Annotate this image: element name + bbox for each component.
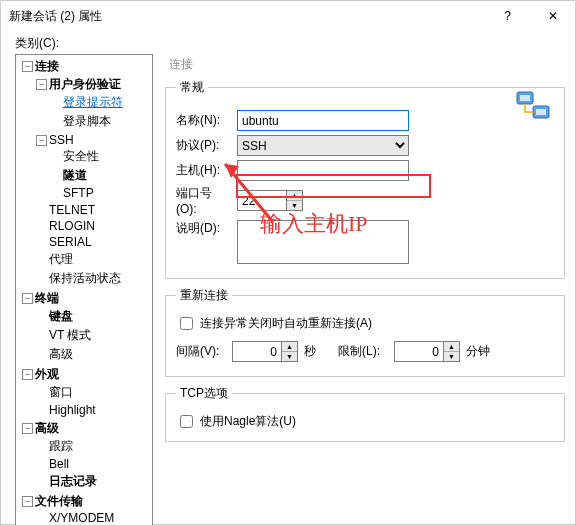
tree-advanced2[interactable]: 高级 bbox=[35, 420, 59, 437]
tree-trace[interactable]: 跟踪 bbox=[49, 438, 73, 455]
tree-proxy[interactable]: 代理 bbox=[49, 251, 73, 268]
reconnect-group: 重新连接 连接异常关闭时自动重新连接(A) 间隔(V): ▲▼ 秒 限制(L):… bbox=[165, 287, 565, 377]
limit-input[interactable] bbox=[394, 341, 444, 362]
tree-connection[interactable]: 连接 bbox=[35, 58, 59, 75]
tree-keyboard[interactable]: 键盘 bbox=[49, 308, 73, 325]
tree-auth[interactable]: 用户身份验证 bbox=[49, 76, 121, 93]
auto-reconnect-label: 连接异常关闭时自动重新连接(A) bbox=[200, 315, 372, 332]
expand-icon[interactable]: − bbox=[22, 496, 33, 507]
nagle-label: 使用Nagle算法(U) bbox=[200, 413, 296, 430]
tree-serial[interactable]: SERIAL bbox=[49, 235, 92, 249]
tree-login-script[interactable]: 登录脚本 bbox=[63, 113, 111, 130]
general-legend: 常规 bbox=[176, 79, 208, 96]
auto-reconnect-checkbox[interactable] bbox=[180, 317, 193, 330]
tree-advanced[interactable]: 高级 bbox=[49, 346, 73, 363]
expand-icon[interactable]: − bbox=[22, 423, 33, 434]
expand-icon[interactable]: − bbox=[22, 369, 33, 380]
close-button[interactable]: ✕ bbox=[530, 1, 575, 31]
tree-bell[interactable]: Bell bbox=[49, 457, 69, 471]
window-title: 新建会话 (2) 属性 bbox=[9, 8, 102, 25]
tree-logging[interactable]: 日志记录 bbox=[49, 473, 97, 490]
reconnect-legend: 重新连接 bbox=[176, 287, 232, 304]
tree-window[interactable]: 窗口 bbox=[49, 384, 73, 401]
protocol-label: 协议(P): bbox=[176, 137, 231, 154]
interval-spinner[interactable]: ▲▼ bbox=[282, 341, 298, 362]
tree-security[interactable]: 安全性 bbox=[63, 148, 99, 165]
tree-xymodem[interactable]: X/YMODEM bbox=[49, 511, 114, 525]
expand-icon[interactable]: − bbox=[36, 135, 47, 146]
interval-unit: 秒 bbox=[304, 343, 316, 360]
general-group: 常规 名称(N): 协议(P): SSH 主机(H): 端口号(O): bbox=[165, 79, 565, 279]
tree-telnet[interactable]: TELNET bbox=[49, 203, 95, 217]
protocol-select[interactable]: SSH bbox=[237, 135, 409, 156]
tree-sftp[interactable]: SFTP bbox=[63, 186, 94, 200]
host-input[interactable] bbox=[237, 160, 409, 181]
port-spinner[interactable]: ▲▼ bbox=[287, 190, 303, 211]
titlebar: 新建会话 (2) 属性 ? ✕ bbox=[1, 1, 575, 31]
port-label: 端口号(O): bbox=[176, 185, 231, 216]
limit-label: 限制(L): bbox=[338, 343, 388, 360]
expand-icon[interactable]: − bbox=[36, 79, 47, 90]
limit-spinner[interactable]: ▲▼ bbox=[444, 341, 460, 362]
right-panel: 连接 常规 名称(N): 协议(P): SSH bbox=[165, 54, 565, 525]
interval-label: 间隔(V): bbox=[176, 343, 226, 360]
expand-icon[interactable]: − bbox=[22, 293, 33, 304]
nagle-checkbox[interactable] bbox=[180, 415, 193, 428]
tcp-legend: TCP选项 bbox=[176, 385, 232, 402]
dialog: 新建会话 (2) 属性 ? ✕ 类别(C): −连接 −用户身份验证 登录提示符… bbox=[0, 0, 576, 525]
name-input[interactable] bbox=[237, 110, 409, 131]
tree-rlogin[interactable]: RLOGIN bbox=[49, 219, 95, 233]
interval-input[interactable] bbox=[232, 341, 282, 362]
tree-tunnel[interactable]: 隧道 bbox=[63, 167, 87, 184]
tcp-group: TCP选项 使用Nagle算法(U) bbox=[165, 385, 565, 442]
desc-label: 说明(D): bbox=[176, 220, 231, 237]
limit-unit: 分钟 bbox=[466, 343, 490, 360]
tree-filetrans[interactable]: 文件传输 bbox=[35, 493, 83, 510]
tree-ssh[interactable]: SSH bbox=[49, 133, 74, 147]
help-button[interactable]: ? bbox=[485, 1, 530, 31]
category-tree[interactable]: −连接 −用户身份验证 登录提示符 登录脚本 −SSH 安全性 隧道 SFTP bbox=[15, 54, 153, 525]
tree-appearance[interactable]: 外观 bbox=[35, 366, 59, 383]
category-label: 类别(C): bbox=[15, 35, 565, 52]
tree-highlight[interactable]: Highlight bbox=[49, 403, 96, 417]
panel-heading: 连接 bbox=[165, 54, 565, 79]
port-input[interactable] bbox=[237, 190, 287, 211]
tree-terminal[interactable]: 终端 bbox=[35, 290, 59, 307]
tree-keepalive[interactable]: 保持活动状态 bbox=[49, 270, 121, 287]
tree-login-prompt[interactable]: 登录提示符 bbox=[63, 94, 123, 111]
desc-input[interactable] bbox=[237, 220, 409, 264]
name-label: 名称(N): bbox=[176, 112, 231, 129]
tree-vtmode[interactable]: VT 模式 bbox=[49, 327, 91, 344]
expand-icon[interactable]: − bbox=[22, 61, 33, 72]
host-label: 主机(H): bbox=[176, 162, 231, 179]
